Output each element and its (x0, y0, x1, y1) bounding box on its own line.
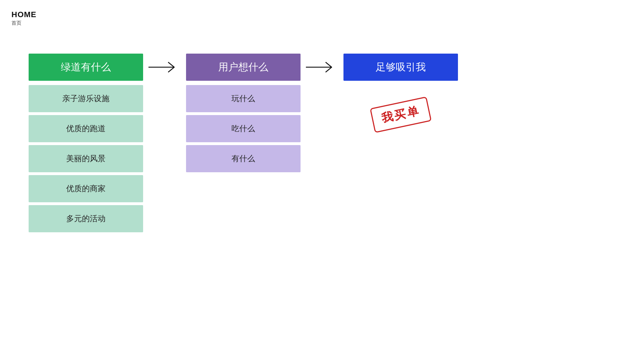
list-item: 美丽的风景 (29, 145, 143, 172)
page-title-sub: 首页 (11, 20, 36, 26)
col1-items: 亲子游乐设施 优质的跑道 美丽的风景 优质的商家 多元的活动 (29, 82, 143, 232)
col1-header: 绿道有什么 (29, 54, 143, 81)
col3: 足够吸引我 我买单 (343, 54, 458, 127)
col2-items: 玩什么 吃什么 有什么 (186, 82, 301, 172)
main-diagram: 绿道有什么 亲子游乐设施 优质的跑道 美丽的风景 优质的商家 多元的活动 用户想… (29, 54, 615, 232)
col1: 绿道有什么 亲子游乐设施 优质的跑道 美丽的风景 优质的商家 多元的活动 (29, 54, 143, 232)
list-item: 有什么 (186, 145, 301, 172)
arrow2-icon (306, 60, 338, 74)
list-item: 优质的商家 (29, 175, 143, 202)
list-item: 优质的跑道 (29, 115, 143, 142)
page-title-home: HOME (11, 10, 36, 19)
list-item: 多元的活动 (29, 205, 143, 232)
list-item: 玩什么 (186, 85, 301, 112)
arrow1-container (143, 54, 186, 74)
col3-header: 足够吸引我 (343, 54, 458, 81)
col2: 用户想什么 玩什么 吃什么 有什么 (186, 54, 301, 172)
list-item: 吃什么 (186, 115, 301, 142)
stamp-text: 我买单 (380, 104, 421, 125)
stamp-container: 我买单 (343, 102, 458, 127)
col2-header: 用户想什么 (186, 54, 301, 81)
arrow1-icon (148, 60, 181, 74)
stamp: 我买单 (370, 96, 431, 133)
arrow2-container (301, 54, 343, 74)
header: HOME 首页 (11, 10, 36, 26)
list-item: 亲子游乐设施 (29, 85, 143, 112)
